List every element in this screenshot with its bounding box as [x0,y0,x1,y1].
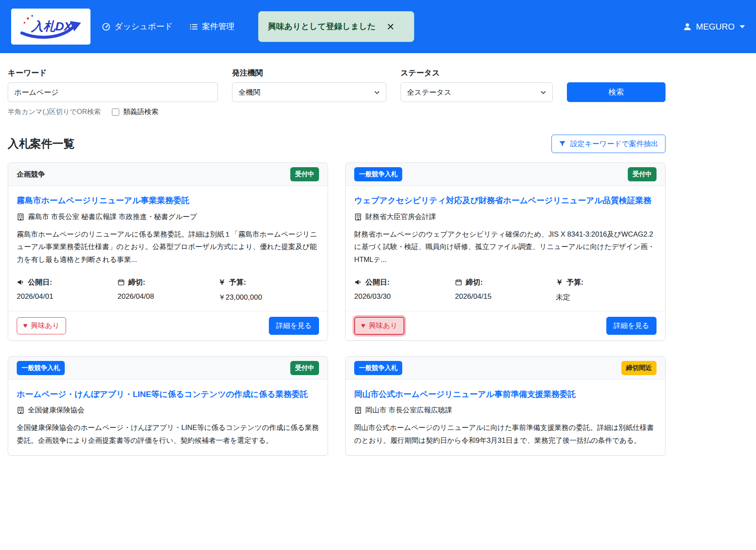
nav-case-management-label: 案件管理 [202,21,235,32]
tender-org: 霧島市 市長公室 秘書広報課 市政推進・秘書グループ [17,212,319,222]
published-label: 公開日: [365,277,390,287]
chevron-down-icon [539,89,547,96]
nav-case-management[interactable]: 案件管理 [189,21,235,32]
tender-card: 一般競争入札 受付中 ウェブアクセシビリティ対応及び財務省ホームページリニューア… [345,162,666,341]
toast-close-button[interactable]: × [387,20,395,33]
tender-org-name: 岡山市 市長公室広報広聴課 [365,406,452,415]
user-menu[interactable]: MEGURO [683,22,745,32]
budget-value: ￥23,000,000 [218,292,319,302]
agency-selected-value: 全機関 [238,87,260,97]
tender-org-name: 全国健康保険協会 [28,406,84,415]
meta-deadline: 締切: 2026/04/08 [117,277,218,302]
keyword-extract-label: 設定キーワードで案件抽出 [570,139,658,149]
interest-button[interactable]: ♥ 興味あり [17,317,66,334]
budget-label: 予算: [566,277,584,287]
agency-select[interactable]: 全機関 [232,82,386,102]
building-icon [354,406,362,414]
tender-status-badge: 受付中 [290,167,319,181]
published-value: 2026/03/30 [354,292,455,301]
published-label: 公開日: [28,277,52,287]
card-header: 一般競争入札 受付中 [346,163,665,186]
keyword-hint: 半角カンマ(,)区切りでOR検索 [8,108,101,117]
meta-budget: ￥ 予算: 未定 [556,277,657,302]
tender-type-badge: 一般競争入札 [17,361,65,375]
tender-description: 岡山市公式ホームページのリニューアルに向けた事前準備支援業務の委託。詳細は別紙仕… [354,421,657,447]
chevron-down-icon [373,89,381,96]
megaphone-icon [17,278,24,286]
yen-icon: ￥ [218,277,226,287]
tender-org-name: 財務省大臣官房会計課 [365,212,436,222]
agency-label: 発注機関 [232,68,386,78]
speedometer-icon [102,22,111,31]
deadline-label: 締切: [128,277,145,287]
megaphone-icon [354,278,362,286]
user-name: MEGURO [696,22,735,32]
card-body: ウェブアクセシビリティ対応及び財務省ホームページリニューアル品質検証業務 財務省… [346,186,665,311]
tender-card: 一般競争入札 受付中 ホームページ・けんぽアプリ・LINE等に係るコンテンツの作… [8,356,328,456]
details-button[interactable]: 詳細を見る [606,317,657,335]
card-header: 一般競争入札 受付中 [8,357,328,380]
search-button-group: 検索 [567,82,666,102]
filter-hint-row: 半角カンマ(,)区切りでOR検索 類義語検索 [8,107,666,117]
card-body: 岡山市公式ホームページリニューアル事前準備支援業務委託 岡山市 市長公室広報広聴… [346,380,665,456]
tender-meta: 公開日: 2026/04/01 締切: [17,277,319,302]
interest-button-active[interactable]: ♥ 興味あり [354,317,404,335]
card-header: 一般競争入札 締切間近 [346,357,665,380]
tender-card-grid: 企画競争 受付中 霧島市ホームページリニューアル事業業務委託 霧島市 市長公室 … [8,162,666,456]
nav-links: ダッシュボード 案件管理 [102,21,235,32]
details-button[interactable]: 詳細を見る [269,317,319,335]
meta-published: 公開日: 2026/03/30 [354,277,455,302]
synonym-label: 類義語検索 [123,107,159,117]
search-button[interactable]: 検索 [567,82,666,102]
interest-label: 興味あり [369,321,398,331]
tender-card: 一般競争入札 締切間近 岡山市公式ホームページリニューアル事前準備支援業務委託 … [345,356,666,456]
tender-meta: 公開日: 2026/03/30 締切: [354,277,657,302]
heart-icon: ♥ [361,322,365,330]
status-select[interactable]: 全ステータス [401,82,553,102]
card-footer: ♥ 興味あり 詳細を見る [8,311,328,340]
list-header: 入札案件一覧 設定キーワードで案件抽出 [8,135,666,153]
tender-description: 霧島市ホームページのリニューアルに係る業務委託。詳細は別紙１「霧島市ホームページ… [17,228,319,266]
calendar-icon [117,279,125,286]
card-header: 企画競争 受付中 [8,163,328,186]
budget-value: 未定 [556,292,657,302]
toast-message: 興味ありとして登録しました [268,21,376,32]
tender-org: 全国健康保険協会 [17,406,319,415]
meta-budget: ￥ 予算: ￥23,000,000 [218,277,319,302]
nav-dashboard[interactable]: ダッシュボード [102,21,173,32]
tender-title-link[interactable]: ウェブアクセシビリティ対応及び財務省ホームページリニューアル品質検証業務 [354,195,657,207]
keyword-field-group: キーワード [8,68,218,102]
user-icon [683,22,692,31]
page-title: 入札案件一覧 [8,136,75,151]
meta-published: 公開日: 2026/04/01 [17,277,117,302]
card-body: 霧島市ホームページリニューアル事業業務委託 霧島市 市長公室 秘書広報課 市政推… [8,186,328,311]
deadline-value: 2026/04/15 [455,292,556,301]
tender-title-link[interactable]: 岡山市公式ホームページリニューアル事前準備支援業務委託 [354,388,657,401]
tender-status-badge: 受付中 [628,167,657,181]
building-icon [17,213,24,221]
app-logo[interactable]: 入札DX [11,9,90,45]
tender-title-link[interactable]: 霧島市ホームページリニューアル事業業務委託 [17,195,319,207]
tender-status-badge: 受付中 [290,361,319,375]
card-footer: ♥ 興味あり 詳細を見る [346,311,665,340]
filter-funnel-icon [559,140,566,147]
tender-description: 財務省ホームページのウェブアクセシビリティ確保のため、JIS X 8341-3:… [354,228,657,266]
heart-icon: ♥ [23,322,27,330]
tender-org: 岡山市 市長公室広報広聴課 [354,406,657,415]
tender-status-badge: 締切間近 [621,361,657,375]
keyword-input[interactable] [8,82,218,102]
synonym-search-option[interactable]: 類義語検索 [112,107,159,117]
tender-title-link[interactable]: ホームページ・けんぽアプリ・LINE等に係るコンテンツの作成に係る業務委託 [17,388,319,401]
synonym-checkbox[interactable] [112,108,119,116]
tender-card: 企画競争 受付中 霧島市ホームページリニューアル事業業務委託 霧島市 市長公室 … [8,162,328,341]
status-field-group: ステータス 全ステータス [401,68,553,102]
deadline-value: 2026/04/08 [117,292,218,301]
budget-label: 予算: [229,277,246,287]
keyword-extract-button[interactable]: 設定キーワードで案件抽出 [551,135,666,153]
tender-type-badge: 企画競争 [17,170,45,179]
tender-type-badge: 一般競争入札 [354,167,402,181]
filter-bar: キーワード 発注機関 全機関 ステータス 全ステータス 検索 [8,68,666,102]
caret-down-icon [740,25,745,28]
interest-label: 興味あり [31,321,60,331]
tender-type-badge: 一般競争入札 [354,361,402,375]
